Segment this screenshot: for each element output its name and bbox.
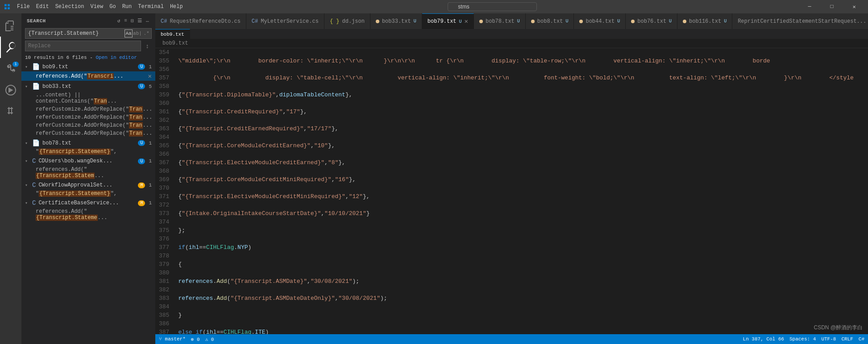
clear-icon[interactable]: ≡	[123, 17, 128, 25]
minimize-button[interactable]: ─	[799, 0, 820, 13]
tab-label: bob8.txt	[537, 18, 563, 25]
menu-bar[interactable]: File Edit Selection View Go Run Terminal…	[14, 4, 186, 10]
replace-input[interactable]	[25, 41, 141, 51]
line-num: 374	[159, 218, 169, 226]
tab-label: bob33.txt	[382, 18, 411, 25]
file-group-bob33: ▾ 📄 bob33.txt U 5 ...content) || content…	[21, 82, 155, 137]
result-text: referCustomize.AddOrReplace("Tran...	[36, 122, 152, 128]
file-result[interactable]: references.Add("Transcri... ✕	[21, 71, 155, 81]
file-name: bob9.txt	[42, 64, 136, 70]
line-col[interactable]: Ln 387, Col 66	[743, 336, 784, 342]
activity-source-control[interactable]: 1	[0, 58, 21, 79]
line-num: 381	[159, 277, 169, 286]
search-panel: Aa ab| .* ↕	[21, 26, 155, 53]
collapse-icon[interactable]: ⊟	[130, 17, 135, 25]
line-num: 363	[159, 124, 169, 133]
tab-bob9[interactable]: bob9.txt	[155, 29, 190, 39]
result-count: 1	[149, 200, 152, 206]
menu-file[interactable]: File	[14, 4, 33, 10]
file-result[interactable]: "{Transcript.Statement}",	[21, 190, 155, 198]
title-bar: File Edit Selection View Go Run Terminal…	[0, 0, 868, 13]
tab-MyLetterService[interactable]: C# MyLetterService.cs	[246, 13, 324, 29]
menu-terminal[interactable]: Terminal	[135, 4, 166, 10]
file-result[interactable]: ...content) || content.Contains("Tran...	[21, 91, 155, 105]
errors-count[interactable]: ⊗ 0	[191, 336, 200, 342]
file-result[interactable]: referCustomize.AddOrReplace("Tran...	[21, 121, 155, 129]
activity-explorer[interactable]	[0, 15, 21, 37]
tab-bob116[interactable]: bob116.txt U	[677, 13, 732, 29]
file-result[interactable]: referCustomize.AddOrReplace("Tran...	[21, 105, 155, 113]
menu-go[interactable]: Go	[107, 4, 118, 10]
tab-U-badge: U	[669, 19, 672, 24]
file-group-bob9-header[interactable]: ▾ 📄 bob9.txt U 1	[21, 62, 155, 71]
window-controls[interactable]: ─ □ ✕	[799, 0, 864, 13]
tab-bob44[interactable]: bob44.txt U	[574, 13, 626, 29]
replace-all-button[interactable]: ↕	[143, 41, 152, 50]
open-in-editor-link[interactable]: Open in editor	[96, 55, 137, 60]
close-sidebar-icon[interactable]: …	[145, 17, 150, 25]
tab-bob33[interactable]: bob33.txt U	[370, 13, 422, 29]
regex-icon[interactable]: .*	[142, 29, 150, 37]
activity-extensions[interactable]	[0, 101, 21, 122]
tab-U-badge: U	[724, 19, 727, 24]
match-case-icon[interactable]: Aa	[125, 29, 133, 37]
file-group-cworkflow-header[interactable]: ▾ C CWorkflowApprovalSet... M 1	[21, 181, 155, 190]
file-result[interactable]: referCustomize.AddOrReplace("Tran...	[21, 113, 155, 121]
language[interactable]: C#	[859, 336, 864, 342]
close-button[interactable]: ✕	[844, 0, 864, 13]
menu-view[interactable]: View	[87, 4, 106, 10]
tab-icon-cs: C#	[161, 18, 167, 25]
file-group-cdusers-header[interactable]: ▾ C CDUsers\bob.wangDesk... U 1	[21, 157, 155, 166]
line-num: 369	[159, 175, 169, 184]
menu-help[interactable]: Help	[167, 4, 186, 10]
global-search-input[interactable]	[448, 2, 537, 11]
watermark: CSDN @醉酒的李白	[814, 324, 863, 332]
chevron-icon: ▾	[25, 64, 30, 70]
view-as-tree-icon[interactable]: ☰	[137, 17, 143, 25]
warnings-count[interactable]: ⚠ 0	[205, 336, 214, 342]
sidebar-title: SEARCH	[27, 18, 46, 24]
activity-run[interactable]	[0, 79, 21, 101]
file-group-bob33-header[interactable]: ▾ 📄 bob33.txt U 5	[21, 82, 155, 91]
tab-bob8[interactable]: bob8.txt U	[526, 13, 574, 29]
spaces[interactable]: Spaces: 4	[789, 336, 816, 342]
tab-bob78[interactable]: bob78.txt U	[474, 13, 526, 29]
refresh-icon[interactable]: ↺	[116, 17, 121, 25]
whole-word-icon[interactable]: ab|	[133, 29, 141, 37]
tab-reprint[interactable]: ReprintCertifiedStatementStartRequest...	[732, 13, 868, 29]
chevron-icon: ▾	[25, 158, 30, 164]
chevron-icon: ▾	[25, 141, 30, 146]
line-num: 373	[159, 209, 169, 218]
git-branch[interactable]: ⑂ master*	[159, 336, 186, 342]
tab-bob79[interactable]: bob79.txt U ✕	[422, 13, 474, 29]
line-num: 364	[159, 133, 169, 141]
activity-search[interactable]	[0, 37, 21, 58]
menu-edit[interactable]: Edit	[33, 4, 52, 10]
file-result[interactable]: references.Add("{Transcript.Stateme...	[21, 207, 155, 222]
encoding[interactable]: UTF-8	[821, 336, 836, 342]
menu-run[interactable]: Run	[120, 4, 135, 10]
file-badge-U: U	[138, 158, 145, 164]
tab-RequestReferenceDto[interactable]: C# RequestReferenceDto.cs	[155, 13, 246, 29]
close-result-icon[interactable]: ✕	[148, 72, 152, 80]
code-editor[interactable]: 354 355 356 357 358 359 360 361 362 363 …	[155, 48, 868, 334]
code-line: {"{Transcript.CoreModuleCreditEarned}","…	[178, 141, 864, 150]
tab-modified-dot	[683, 20, 686, 23]
search-input[interactable]	[25, 29, 124, 38]
maximize-button[interactable]: □	[822, 0, 842, 13]
file-result[interactable]: "{Transcript.Statement}",	[21, 148, 155, 156]
tab-modified-dot	[531, 20, 535, 23]
file-group-bob78-header[interactable]: ▾ 📄 bob78.txt U 1	[21, 138, 155, 148]
line-ending[interactable]: CRLF	[841, 336, 853, 342]
code-content[interactable]: \"middle\";\r\n border-color: \"inherit;…	[174, 48, 868, 334]
breadcrumb-file[interactable]: bob9.txt	[162, 40, 188, 46]
tab-close-icon[interactable]: ✕	[465, 18, 468, 25]
file-group-certbase-header[interactable]: ▾ C CertificateBaseService... M 1	[21, 199, 155, 207]
file-result[interactable]: references.Add("{Transcript.Statem...	[21, 166, 155, 180]
tab-bob76[interactable]: bob76.txt U	[626, 13, 677, 29]
file-result[interactable]: referCustomize.AddOrReplace("Tran...	[21, 129, 155, 137]
menu-selection[interactable]: Selection	[53, 4, 87, 10]
sidebar-header-icons[interactable]: ↺ ≡ ⊟ ☰ …	[116, 17, 150, 25]
file-icon-cs: C	[32, 199, 36, 207]
tab-dd-json[interactable]: { } dd.json	[324, 13, 370, 29]
